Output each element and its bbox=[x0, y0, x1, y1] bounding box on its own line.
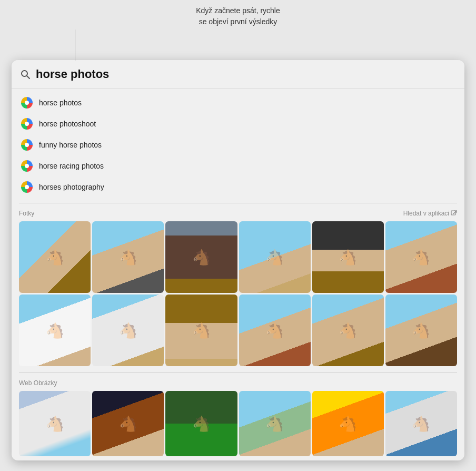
photos-section-header: Fotky Hledat v aplikaci bbox=[12, 205, 464, 219]
tooltip-text: Když začnete psát, rychle se objeví prvn… bbox=[196, 5, 280, 30]
web-cell-4[interactable] bbox=[239, 391, 311, 456]
photo-cell-3[interactable] bbox=[165, 221, 237, 293]
web-cell-1[interactable] bbox=[19, 391, 91, 456]
photo-cell-10[interactable] bbox=[239, 295, 311, 366]
divider-2 bbox=[19, 372, 457, 373]
photos-app-link[interactable]: Hledat v aplikaci bbox=[403, 210, 457, 217]
web-cell-6[interactable] bbox=[385, 391, 457, 456]
photos-grid bbox=[12, 219, 464, 370]
suggestion-text-2: horse photoshoot bbox=[39, 120, 96, 128]
web-cell-3[interactable] bbox=[165, 391, 237, 456]
safari-icon-5 bbox=[21, 181, 33, 193]
photo-cell-5[interactable] bbox=[312, 221, 384, 293]
suggestion-item-2[interactable]: horse photoshoot bbox=[12, 113, 464, 134]
suggestion-text-3: funny horse photos bbox=[39, 141, 102, 149]
photo-cell-4[interactable] bbox=[239, 221, 311, 293]
search-input[interactable]: horse photos bbox=[36, 67, 456, 81]
photo-cell-2[interactable] bbox=[92, 221, 164, 293]
search-panel: horse photos horse photos horse photosho… bbox=[12, 60, 464, 460]
photo-cell-7[interactable] bbox=[19, 295, 91, 366]
svg-line-1 bbox=[27, 76, 30, 79]
suggestions-list: horse photos horse photoshoot funny hors… bbox=[12, 89, 464, 201]
tooltip-line bbox=[75, 30, 75, 61]
tooltip-container: Když začnete psát, rychle se objeví prvn… bbox=[12, 5, 464, 56]
safari-icon-4 bbox=[21, 160, 33, 172]
photos-section-label: Fotky bbox=[19, 210, 34, 217]
web-grid bbox=[12, 389, 464, 460]
suggestion-item-1[interactable]: horse photos bbox=[12, 92, 464, 113]
safari-icon-3 bbox=[21, 139, 33, 151]
web-cell-2[interactable] bbox=[92, 391, 164, 456]
divider-1 bbox=[19, 203, 457, 203]
search-icon bbox=[20, 69, 31, 80]
web-section-header: Web Obrázky bbox=[12, 375, 464, 389]
suggestion-item-4[interactable]: horse racing photos bbox=[12, 155, 464, 176]
suggestion-text-4: horse racing photos bbox=[39, 162, 104, 170]
web-cell-5[interactable] bbox=[312, 391, 384, 456]
search-bar: horse photos bbox=[12, 60, 464, 89]
safari-icon-2 bbox=[21, 118, 33, 130]
photo-cell-9[interactable] bbox=[165, 295, 237, 366]
suggestion-item-5[interactable]: horses photography bbox=[12, 176, 464, 198]
photo-cell-1[interactable] bbox=[19, 221, 91, 293]
safari-icon-1 bbox=[21, 97, 33, 109]
photo-cell-6[interactable] bbox=[385, 221, 457, 293]
photo-cell-11[interactable] bbox=[312, 295, 384, 366]
photo-cell-12[interactable] bbox=[385, 295, 457, 366]
suggestion-text-1: horse photos bbox=[39, 99, 82, 107]
web-section-label: Web Obrázky bbox=[19, 379, 57, 387]
suggestion-item-3[interactable]: funny horse photos bbox=[12, 134, 464, 155]
photo-cell-8[interactable] bbox=[92, 295, 164, 366]
suggestion-text-5: horses photography bbox=[39, 183, 104, 191]
svg-line-3 bbox=[453, 211, 457, 214]
